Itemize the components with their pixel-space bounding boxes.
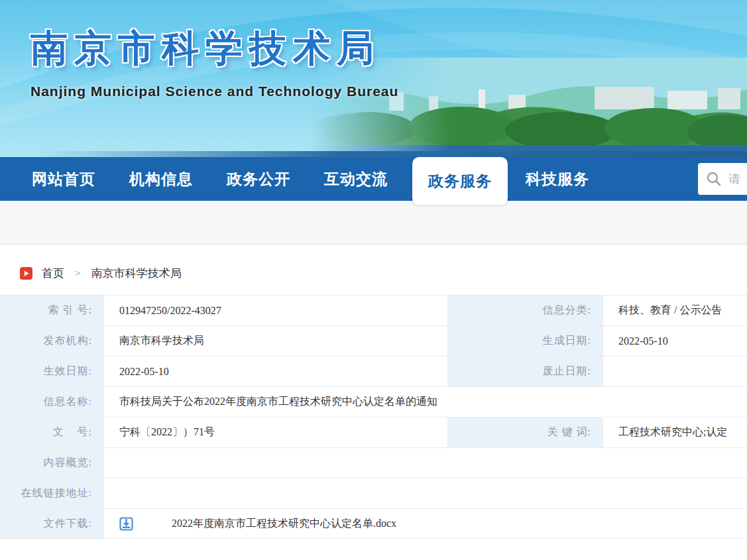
keywords-value: 工程技术研究中心;认定: [605, 418, 747, 447]
info-title-label: 信息名称:: [0, 387, 104, 417]
table-row-online-link: 在线链接地址:: [0, 478, 747, 508]
publisher-label: 发布机构:: [0, 326, 104, 356]
info-category-label: 信息分类:: [447, 296, 603, 325]
content-summary-value: [106, 448, 747, 478]
search-box[interactable]: [698, 163, 747, 195]
expiry-date-value: [605, 357, 747, 386]
creation-date-label: 生成日期:: [447, 326, 603, 356]
nav-item-interaction[interactable]: 互动交流: [324, 157, 388, 201]
keywords-label: 关 键 词:: [447, 418, 603, 447]
download-icon[interactable]: [119, 516, 133, 532]
info-title-value: 市科技局关于公布2022年度南京市工程技术研究中心认定名单的通知: [106, 387, 747, 417]
online-link-value: [106, 478, 747, 508]
doc-number-value: 宁科〔2022〕）71号: [106, 418, 445, 447]
table-row-publisher: 发布机构: 南京市科学技术局 生成日期: 2022-05-10: [0, 325, 747, 356]
nav-item-tech-services[interactable]: 科技服务: [526, 157, 589, 201]
index-number-label: 索 引 号:: [0, 296, 104, 325]
table-row-file-download: 文件下载: 2022年度南京市工程技术研究中心认定名单.docx: [0, 508, 747, 539]
expiry-date-label: 废止日期:: [447, 357, 603, 386]
nav-item-gov-services-active[interactable]: 政务服务: [412, 157, 508, 205]
search-input[interactable]: [722, 172, 747, 186]
search-icon: [706, 171, 722, 187]
effective-date-value: 2022-05-10: [106, 357, 445, 386]
table-row-doc-number: 文 号: 宁科〔2022〕）71号 关 键 词: 工程技术研究中心;认定: [0, 417, 747, 447]
nav-item-gov-disclosure[interactable]: 政务公开: [227, 157, 290, 201]
nav-item-org-info[interactable]: 机构信息: [129, 157, 193, 201]
table-row-effective-date: 生效日期: 2022-05-10 废止日期:: [0, 356, 747, 386]
creation-date-value: 2022-05-10: [605, 326, 747, 356]
doc-number-label: 文 号:: [0, 418, 104, 447]
info-category-value: 科技、教育 / 公示公告: [605, 296, 747, 325]
table-row-content-summary: 内容概览:: [0, 447, 747, 478]
online-link-label: 在线链接地址:: [0, 478, 104, 508]
play-icon: [20, 267, 32, 280]
breadcrumb: 首页 > 南京市科学技术局: [0, 245, 747, 280]
content-summary-label: 内容概览:: [0, 448, 104, 478]
download-file-link[interactable]: 2022年度南京市工程技术研究中心认定名单.docx: [172, 517, 396, 531]
effective-date-label: 生效日期:: [0, 357, 104, 386]
main-navigation: 网站首页 机构信息 政务公开 互动交流 政务服务 科技服务: [0, 157, 747, 201]
document-info-table: 索 引 号: 012947250/2022-43027 信息分类: 科技、教育 …: [0, 295, 747, 539]
breadcrumb-home-link[interactable]: 首页: [42, 266, 64, 281]
banner-water-edge: [0, 151, 747, 157]
table-row-info-title: 信息名称: 市科技局关于公布2022年度南京市工程技术研究中心认定名单的通知: [0, 386, 747, 417]
site-banner: 南京市科学技术局 Nanjing Municipal Science and T…: [0, 0, 747, 157]
nav-item-home[interactable]: 网站首页: [32, 157, 95, 201]
table-row-index-number: 索 引 号: 012947250/2022-43027 信息分类: 科技、教育 …: [0, 295, 747, 325]
site-title-english: Nanjing Municipal Science and Technology…: [30, 84, 398, 99]
publisher-value: 南京市科学技术局: [106, 326, 445, 356]
subnav-strip: [0, 201, 747, 245]
content-area: 首页 > 南京市科学技术局 索 引 号: 012947250/2022-4302…: [0, 245, 747, 539]
breadcrumb-current-page: 南京市科学技术局: [91, 266, 181, 281]
file-download-label: 文件下载:: [0, 509, 104, 538]
index-number-value: 012947250/2022-43027: [106, 296, 445, 325]
site-title-chinese: 南京市科学技术局: [30, 24, 398, 74]
breadcrumb-separator: >: [75, 268, 80, 279]
file-download-value: 2022年度南京市工程技术研究中心认定名单.docx: [106, 509, 747, 538]
